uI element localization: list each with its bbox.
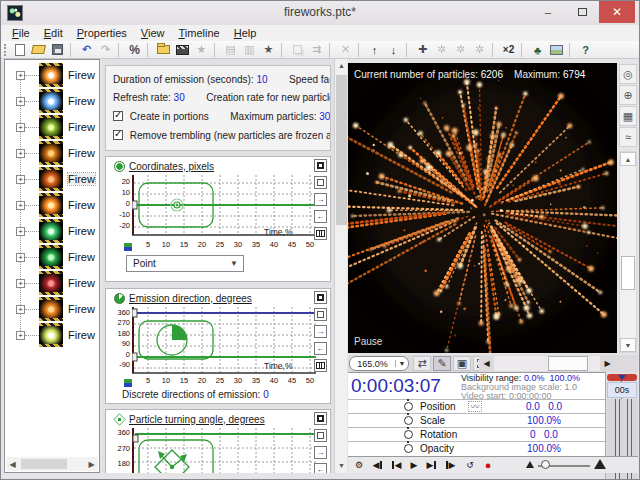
emission-direction-title[interactable]: Emission direction, degrees (129, 293, 252, 304)
scrollbar-thumb[interactable] (621, 256, 635, 290)
sidebar-item-firework[interactable]: + Firew (5, 218, 99, 244)
playhead-icon[interactable] (618, 375, 626, 380)
zoom-extents-button[interactable] (314, 291, 327, 304)
toolbar-delete-button[interactable]: ✕ (336, 42, 355, 58)
sidebar-item-firework[interactable]: + Firew (5, 192, 99, 218)
toolbar-x2-button[interactable]: ×2 (499, 42, 518, 58)
firework-thumbnail[interactable] (39, 167, 63, 191)
record-button[interactable]: ● (480, 458, 496, 472)
toolbar-move-up-button[interactable]: ↑ (365, 42, 384, 58)
grid-icon[interactable]: ▦ (619, 106, 637, 126)
fit-width-button[interactable] (314, 359, 327, 372)
scroll-down-arrow[interactable]: ▼ (620, 338, 636, 352)
scroll-up-arrow[interactable]: ▲ (620, 152, 636, 166)
toolbar-library-button[interactable] (154, 42, 173, 58)
zoom-extents-button[interactable] (314, 159, 327, 172)
sidebar-item-firework[interactable]: + Firew (5, 322, 99, 348)
loop-button[interactable]: ↺ (462, 458, 478, 472)
zoom-combobox[interactable]: 165.0% ▼ (349, 356, 409, 371)
go-to-end-button[interactable]: ▶ (424, 458, 440, 472)
toolbar-open-item-button[interactable]: ▤ (221, 42, 240, 58)
scrollbar-thumb[interactable] (21, 459, 67, 469)
scroll-right-arrow[interactable]: ▶ (600, 356, 615, 371)
shift-left-button[interactable]: ← (314, 463, 327, 473)
crosshair-icon[interactable]: ⊕ (619, 85, 637, 105)
sidebar-item-firework[interactable]: + Firew (5, 270, 99, 296)
tree-expander-icon[interactable]: + (16, 253, 25, 262)
create-in-portions-checkbox[interactable] (113, 111, 123, 121)
tree-expander-icon[interactable]: + (16, 279, 25, 288)
tree-expander-icon[interactable]: + (16, 201, 25, 210)
toolbar-leaf-button[interactable]: ♣ (528, 42, 547, 58)
close-button[interactable]: ✕ (599, 1, 635, 23)
tree-expander-icon[interactable]: + (16, 149, 25, 158)
tree-expander-icon[interactable]: + (16, 123, 25, 132)
duration-value[interactable]: 10 (256, 74, 267, 85)
sidebar-item-firework[interactable]: + Firew (5, 114, 99, 140)
step-forward-button[interactable]: ▶ (442, 458, 458, 472)
property-value[interactable]: 0.0 0.0 (486, 401, 602, 412)
tree-expander-icon[interactable]: + (16, 305, 25, 314)
property-value[interactable]: 100.0% (486, 443, 602, 454)
property-value[interactable]: 100.0% (486, 415, 602, 426)
curve-icon[interactable]: ≈ (619, 127, 637, 147)
coordinates-title[interactable]: Coordinates, pixels (129, 161, 214, 172)
timeline-property-row[interactable]: Opacity 〰 100.0% (348, 441, 605, 455)
firework-thumbnail[interactable] (39, 297, 63, 321)
sidebar-item-firework[interactable]: + Firew (5, 88, 99, 114)
scroll-down-arrow[interactable]: ▼ (335, 459, 347, 473)
tree-expander-icon[interactable]: + (16, 97, 25, 106)
maximize-button[interactable] (567, 1, 597, 23)
toolbar-link-2-button[interactable]: ✲ (451, 42, 470, 58)
zoom-extents-button[interactable] (314, 412, 327, 425)
scroll-left-arrow[interactable]: ◀ (479, 356, 494, 371)
menu-item[interactable]: Help (227, 27, 264, 39)
slider-thumb[interactable] (541, 460, 550, 469)
timeline-property-row[interactable]: Position 〰 0.0 0.0 (348, 399, 605, 413)
sidebar-item-firework[interactable]: + Firew (5, 166, 99, 192)
toolbar-help-button[interactable]: ? (576, 42, 595, 58)
stopwatch-icon[interactable] (404, 416, 413, 425)
firework-thumbnail[interactable] (39, 271, 63, 295)
remove-trembling-checkbox[interactable] (113, 130, 123, 140)
minimize-button[interactable]: – (533, 1, 563, 23)
tree-expander-icon[interactable]: + (16, 175, 25, 184)
firework-thumbnail[interactable] (39, 219, 63, 243)
clear-button[interactable] (314, 176, 327, 189)
clear-button[interactable] (314, 308, 327, 321)
sidebar-item-firework[interactable]: + Firew (5, 62, 99, 88)
firework-thumbnail[interactable] (39, 115, 63, 139)
shift-left-button[interactable]: ← (314, 210, 327, 223)
turning-angle-title[interactable]: Particle turning angle, degrees (129, 414, 265, 425)
timeline-property-row[interactable]: Scale 〰 100.0% (348, 413, 605, 427)
scroll-right-arrow[interactable]: ▶ (85, 457, 98, 471)
toolbar-export-button[interactable]: ⇉ (307, 42, 326, 58)
menu-item[interactable]: File (5, 27, 37, 39)
sidebar-item-firework[interactable]: + Firew (5, 296, 99, 322)
sidebar-item-firework[interactable]: + Firew (5, 140, 99, 166)
shift-right-button[interactable]: → (314, 446, 327, 459)
firework-thumbnail[interactable] (39, 63, 63, 87)
toolbar-new-button[interactable] (10, 42, 29, 58)
preview-vertical-scrollbar[interactable]: ▲ ▼ (619, 151, 637, 353)
fit-width-button[interactable] (314, 227, 327, 240)
pen-tool-icon[interactable]: ✎ (433, 356, 451, 371)
layout-icon[interactable]: ▣ (453, 356, 471, 371)
shift-right-button[interactable]: → (314, 325, 327, 338)
zoom-out-slider-icon[interactable] (526, 461, 534, 468)
firework-thumbnail[interactable] (39, 141, 63, 165)
toolbar-background-button[interactable] (547, 42, 566, 58)
firework-thumbnail[interactable] (39, 193, 63, 217)
shift-right-button[interactable]: → (314, 193, 327, 206)
scroll-left-arrow[interactable]: ◀ (6, 457, 19, 471)
toolbar-new-effect-button[interactable]: ★ (259, 42, 278, 58)
stopwatch-icon[interactable] (404, 402, 413, 411)
stopwatch-icon[interactable] (404, 430, 413, 439)
menu-item[interactable]: Properties (70, 27, 134, 39)
step-back-button[interactable]: ◀ (370, 458, 386, 472)
stopwatch-icon[interactable] (404, 444, 413, 453)
toolbar-grip[interactable] (4, 44, 7, 56)
turning-angle-graph[interactable] (132, 428, 316, 473)
timeline-property-row[interactable]: Rotation 〰 0 0.0 (348, 427, 605, 441)
tree-expander-icon[interactable]: + (16, 331, 25, 340)
